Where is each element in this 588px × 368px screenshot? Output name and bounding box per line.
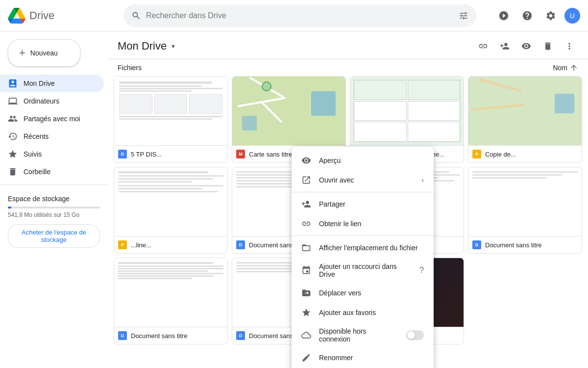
drive-icon (8, 79, 18, 88)
topbar-actions: U (494, 6, 580, 26)
sidebar-item-recents[interactable]: Récents (0, 128, 104, 145)
menu-item-renommer[interactable]: Renommer (292, 348, 434, 368)
help-button[interactable] (517, 6, 537, 26)
main-content: Mon Drive ▾ F (108, 31, 588, 368)
deplacer-icon (301, 288, 311, 298)
hors-connexion-icon (301, 330, 311, 340)
context-menu: Aperçu Ouvrir avec › Partager (292, 147, 434, 368)
offline-toggle[interactable] (406, 330, 424, 340)
menu-item-apercu[interactable]: Aperçu (292, 151, 434, 170)
menu-label-ouvrir: Ouvrir avec (319, 176, 414, 184)
topbar: Drive U (0, 0, 588, 31)
settings-button[interactable] (541, 6, 561, 26)
google-drive-logo (8, 8, 25, 24)
menu-label-emplacement: Afficher l'emplacement du fichier (319, 244, 424, 252)
menu-item-emplacement[interactable]: Afficher l'emplacement du fichier (292, 238, 434, 258)
sidebar-label-recents: Récents (24, 132, 49, 140)
apercu-icon (301, 156, 311, 165)
storage-bar-fill (8, 207, 11, 209)
renommer-icon (301, 353, 311, 363)
sidebar-label-suivis: Suivis (24, 150, 42, 158)
computers-icon (8, 96, 18, 106)
storage-info: 541,9 Mo utilisés sur 15 Go (8, 211, 100, 218)
menu-divider-2 (292, 236, 434, 236)
buy-storage-button[interactable]: Acheter de l'espace de stockage (8, 224, 100, 248)
app-title: Drive (29, 9, 54, 22)
menu-item-partager[interactable]: Partager (292, 194, 434, 214)
avatar-button[interactable]: U (564, 8, 580, 24)
menu-divider-1 (292, 192, 434, 192)
sidebar-label-mon-drive: Mon Drive (24, 79, 55, 87)
menu-label-favoris: Ajouter aux favoris (319, 309, 424, 316)
menu-label-renommer: Renommer (319, 354, 424, 362)
menu-item-ouvrir[interactable]: Ouvrir avec › (292, 170, 434, 190)
menu-label-lien: Obtenir le lien (319, 220, 424, 228)
raccourci-icon (301, 265, 311, 275)
menu-item-deplacer[interactable]: Déplacer vers (292, 283, 434, 303)
sidebar-item-corbeille[interactable]: Corbeille (0, 163, 104, 181)
menu-item-lien[interactable]: Obtenir le lien (292, 214, 434, 234)
menu-item-favoris[interactable]: Ajouter aux favoris (292, 303, 434, 322)
layout: + Nouveau Mon Drive Ordinateurs Partag (0, 0, 588, 368)
sidebar-item-ordinateurs[interactable]: Ordinateurs (0, 92, 104, 110)
menu-item-raccourci[interactable]: Ajouter un raccourci dans Drive ? (292, 258, 434, 283)
storage-bar (8, 207, 100, 209)
help-icon: ? (419, 266, 424, 275)
menu-item-hors-connexion[interactable]: Disponible hors connexion (292, 322, 434, 348)
storage-label: Espace de stockage (8, 195, 100, 203)
menu-label-partager: Partager (319, 200, 424, 208)
sidebar-divider (0, 184, 108, 185)
menu-label-deplacer: Déplacer vers (319, 289, 424, 297)
storage-section: Espace de stockage 541,9 Mo utilisés sur… (0, 189, 108, 254)
emplacement-icon (301, 243, 311, 253)
partager-icon (301, 199, 311, 209)
search-input[interactable] (146, 11, 459, 20)
account-button[interactable] (494, 6, 514, 26)
trash-icon (8, 167, 18, 177)
search-icon (131, 11, 141, 21)
logo-area: Drive (8, 8, 116, 24)
sidebar-label-corbeille: Corbeille (24, 168, 50, 176)
sidebar-item-mon-drive[interactable]: Mon Drive (0, 75, 104, 92)
shared-icon (8, 114, 18, 124)
recents-icon (8, 131, 18, 141)
filter-icon[interactable] (459, 11, 468, 21)
search-bar[interactable] (123, 4, 476, 27)
toggle-knob (407, 331, 415, 339)
sidebar-label-ordinateurs: Ordinateurs (24, 97, 59, 105)
sidebar: + Nouveau Mon Drive Ordinateurs Partag (0, 31, 108, 368)
menu-label-hors-connexion: Disponible hors connexion (319, 327, 398, 343)
submenu-arrow: › (421, 176, 424, 184)
sidebar-label-partages: Partagés avec moi (24, 115, 80, 123)
menu-label-apercu: Aperçu (319, 157, 424, 164)
ouvrir-icon (301, 175, 311, 185)
starred-icon (8, 149, 18, 159)
new-label: Nouveau (30, 49, 58, 57)
new-button[interactable]: + Nouveau (8, 39, 80, 67)
sidebar-item-partages[interactable]: Partagés avec moi (0, 110, 104, 128)
new-plus-icon: + (19, 47, 25, 59)
lien-icon (301, 219, 311, 229)
menu-label-raccourci: Ajouter un raccourci dans Drive (319, 263, 410, 278)
sidebar-item-suivis[interactable]: Suivis (0, 145, 104, 163)
sidebar-nav: Mon Drive Ordinateurs Partagés avec moi … (0, 75, 108, 181)
favoris-icon (301, 308, 311, 317)
